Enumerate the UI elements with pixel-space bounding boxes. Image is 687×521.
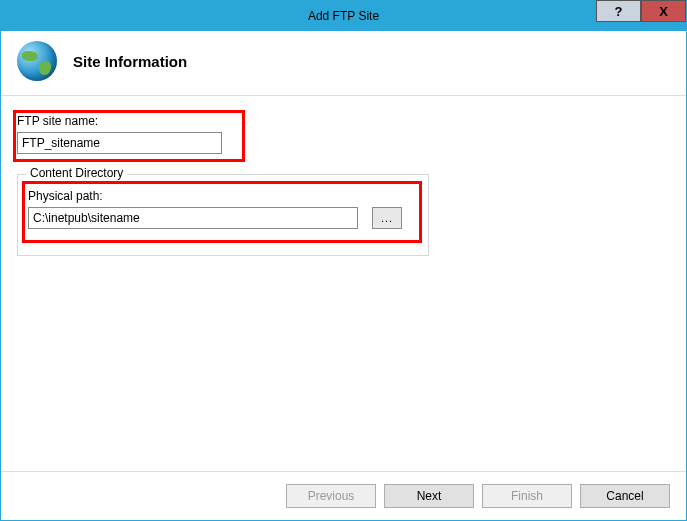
- previous-button[interactable]: Previous: [286, 484, 376, 508]
- content-directory-group: Content Directory Physical path: ...: [17, 174, 429, 256]
- cancel-button[interactable]: Cancel: [580, 484, 670, 508]
- wizard-header: Site Information: [1, 31, 686, 96]
- site-name-label: FTP site name:: [17, 114, 670, 128]
- physical-path-row: ...: [28, 207, 418, 229]
- site-name-input[interactable]: [17, 132, 222, 154]
- window-title: Add FTP Site: [308, 9, 379, 23]
- wizard-window: Add FTP Site ? X Site Information FTP si…: [0, 0, 687, 521]
- page-title: Site Information: [73, 53, 187, 70]
- content-directory-legend: Content Directory: [26, 166, 127, 180]
- physical-path-input[interactable]: [28, 207, 358, 229]
- close-button[interactable]: X: [641, 0, 686, 22]
- finish-button[interactable]: Finish: [482, 484, 572, 508]
- next-button[interactable]: Next: [384, 484, 474, 508]
- wizard-content: FTP site name: Content Directory Physica…: [1, 96, 686, 471]
- titlebar-buttons: ? X: [596, 1, 686, 31]
- physical-path-label: Physical path:: [28, 189, 418, 203]
- browse-button[interactable]: ...: [372, 207, 402, 229]
- help-button[interactable]: ?: [596, 0, 641, 22]
- wizard-footer: Previous Next Finish Cancel: [1, 471, 686, 520]
- titlebar: Add FTP Site ? X: [1, 1, 686, 31]
- globe-icon: [17, 41, 57, 81]
